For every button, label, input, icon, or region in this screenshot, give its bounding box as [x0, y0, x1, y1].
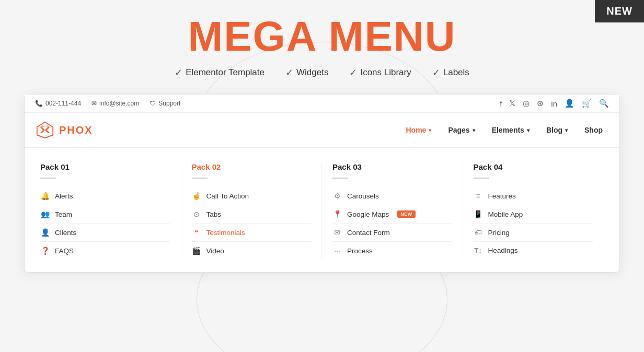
nav-shop[interactable]: Shop — [578, 123, 609, 137]
cart-icon[interactable]: 🛒 — [582, 99, 592, 108]
menu-item-process[interactable]: ··· Process — [332, 242, 452, 260]
list-icon: ≡ — [474, 192, 483, 200]
menu-item-contact-form[interactable]: ✉ Contact Form — [332, 224, 452, 242]
check-icon: ✓ — [432, 67, 440, 78]
pack02-title: Pack 02 — [192, 162, 312, 171]
check-icon: ✓ — [285, 67, 293, 78]
hero-section: MEGA MENU ✓ Elementor Template ✓ Widgets… — [0, 0, 644, 78]
new-tag-badge: NEW — [397, 210, 416, 218]
menu-item-faqs[interactable]: ❓ FAQS — [40, 242, 170, 260]
hero-title: MEGA MENU — [0, 16, 644, 57]
twitter-icon[interactable]: 𝕏 — [509, 99, 515, 108]
nav-elements[interactable]: Elements ▾ — [486, 123, 536, 137]
nav-pages[interactable]: Pages ▾ — [442, 123, 481, 137]
pack01-divider — [40, 178, 56, 179]
new-badge: NEW — [595, 0, 644, 22]
feature-labels: ✓ Labels — [432, 67, 469, 78]
menu-item-tabs[interactable]: ⊙ Tabs — [192, 205, 312, 224]
hero-features: ✓ Elementor Template ✓ Widgets ✓ Icons L… — [0, 67, 644, 78]
video-icon: 🎬 — [192, 247, 201, 255]
nav-links: Home ▾ Pages ▾ Elements ▾ Blog ▾ Shop — [399, 123, 609, 137]
feature-widgets: ✓ Widgets — [285, 67, 328, 78]
menu-item-call-to-action[interactable]: ☝ Call To Action — [192, 187, 312, 205]
logo-icon — [35, 120, 55, 140]
top-bar: 📞 002-111-444 ✉ info@site.com 🛡 Support … — [25, 95, 619, 113]
menu-column-pack03: Pack 03 ⚙ Carousels 📍 Google Maps NEW ✉ … — [322, 162, 463, 260]
menu-column-pack02: Pack 02 ☝ Call To Action ⊙ Tabs ❝ Testim… — [181, 162, 323, 260]
menu-column-pack01: Pack 01 🔔 Alerts 👥 Team 👤 Clients ❓ FAQS — [40, 162, 181, 260]
tag-icon: 🏷 — [474, 228, 483, 237]
pack01-title: Pack 01 — [40, 162, 170, 171]
shield-icon: 🛡 — [150, 100, 156, 107]
browser-card: 📞 002-111-444 ✉ info@site.com 🛡 Support … — [24, 94, 620, 273]
facebook-icon[interactable]: f — [500, 99, 502, 108]
blog-arrow-icon: ▾ — [565, 127, 568, 133]
menu-item-headings[interactable]: T↕ Headings — [474, 242, 594, 259]
top-bar-left: 📞 002-111-444 ✉ info@site.com 🛡 Support — [35, 100, 180, 107]
support-info: 🛡 Support — [150, 100, 180, 107]
menu-item-clients[interactable]: 👤 Clients — [40, 224, 170, 242]
elements-arrow-icon: ▾ — [527, 127, 530, 133]
bell-icon: 🔔 — [40, 192, 50, 200]
phone-icon: 📞 — [35, 100, 43, 107]
text-icon: T↕ — [474, 247, 483, 254]
phone-info: 📞 002-111-444 — [35, 100, 81, 107]
menu-item-mobile-app[interactable]: 📱 Mobile App — [474, 205, 594, 224]
menu-item-carousels[interactable]: ⚙ Carousels — [332, 187, 452, 205]
pack03-title: Pack 03 — [332, 162, 452, 171]
pack04-divider — [474, 178, 489, 179]
linkedin-icon[interactable]: in — [551, 99, 557, 108]
check-icon: ✓ — [175, 67, 182, 78]
home-arrow-icon: ▾ — [429, 127, 431, 133]
menu-item-pricing[interactable]: 🏷 Pricing — [474, 224, 594, 242]
envelope-icon: ✉ — [332, 228, 342, 237]
email-icon: ✉ — [91, 100, 97, 107]
logo[interactable]: PHOX — [35, 120, 93, 140]
pack03-divider — [332, 178, 348, 179]
navbar: PHOX Home ▾ Pages ▾ Elements ▾ Blog ▾ Sh… — [25, 113, 619, 148]
users-icon: 👥 — [40, 210, 50, 218]
menu-item-team[interactable]: 👥 Team — [40, 205, 170, 224]
user-icon[interactable]: 👤 — [565, 99, 574, 108]
user-circle-icon: 👤 — [40, 228, 50, 237]
question-icon: ❓ — [40, 247, 50, 255]
hand-icon: ☝ — [192, 192, 201, 200]
map-pin-icon: 📍 — [332, 210, 342, 218]
menu-item-google-maps[interactable]: 📍 Google Maps NEW — [332, 205, 452, 224]
menu-item-video[interactable]: 🎬 Video — [192, 242, 312, 260]
check-icon: ✓ — [349, 67, 357, 78]
quote-icon: ❝ — [192, 228, 201, 237]
dribbble-icon[interactable]: ⊛ — [537, 99, 544, 108]
feature-elementor: ✓ Elementor Template — [175, 67, 264, 78]
logo-text: PHOX — [59, 124, 93, 136]
pages-arrow-icon: ▾ — [473, 127, 475, 133]
feature-icons: ✓ Icons Library — [349, 67, 411, 78]
mobile-icon: 📱 — [474, 210, 483, 218]
email-info: ✉ info@site.com — [91, 100, 139, 107]
menu-item-testimonials[interactable]: ❝ Testimonials — [192, 224, 312, 242]
nav-blog[interactable]: Blog ▾ — [540, 123, 574, 137]
pack04-title: Pack 04 — [474, 162, 594, 171]
cog-icon: ⚙ — [332, 192, 342, 200]
menu-item-features[interactable]: ≡ Features — [474, 187, 594, 205]
nav-home[interactable]: Home ▾ — [399, 123, 438, 137]
search-icon[interactable]: 🔍 — [599, 99, 609, 108]
menu-item-alerts[interactable]: 🔔 Alerts — [40, 187, 170, 205]
dots-icon: ··· — [332, 247, 342, 255]
top-bar-right: f 𝕏 ◎ ⊛ in 👤 🛒 🔍 — [500, 99, 609, 108]
toggle-icon: ⊙ — [192, 210, 201, 218]
pack02-divider — [192, 178, 208, 179]
instagram-icon[interactable]: ◎ — [523, 99, 530, 108]
mega-menu: Pack 01 🔔 Alerts 👥 Team 👤 Clients ❓ FAQS… — [25, 148, 619, 272]
menu-column-pack04: Pack 04 ≡ Features 📱 Mobile App 🏷 Pricin… — [463, 162, 604, 260]
